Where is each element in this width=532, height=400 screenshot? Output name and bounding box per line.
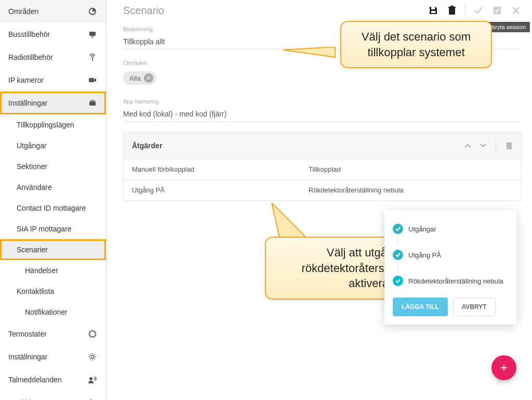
save-icon[interactable] xyxy=(428,5,439,16)
action-row[interactable]: Manuell förbikopplad Tillkopplad xyxy=(123,159,522,180)
sidebar-item-notifikationer[interactable]: Notifikationer xyxy=(0,302,106,322)
callout-arrow-1 xyxy=(283,47,345,62)
sidebar-item-label: Kontaktlista xyxy=(17,287,54,295)
actions-header: Åtgärder xyxy=(123,132,522,159)
toolbar-divider xyxy=(465,4,466,17)
sidebar-item-label: Radiotillbehör xyxy=(8,53,53,61)
sidebar-item-label: Notifikationer xyxy=(25,308,68,316)
popup-item-utgangpa[interactable]: Utgång PÅ xyxy=(393,246,508,264)
delete-icon[interactable] xyxy=(446,5,458,16)
svg-rect-26 xyxy=(506,143,512,144)
svg-rect-7 xyxy=(91,100,94,102)
actions-header-title: Åtgärder xyxy=(132,141,162,150)
sidebar-item-scenarier[interactable]: Scenarier xyxy=(0,239,106,260)
svg-point-9 xyxy=(91,355,94,358)
sidebar-item-handelser[interactable]: Händelser xyxy=(0,260,106,281)
svg-rect-20 xyxy=(431,11,435,13)
circle-icon xyxy=(87,329,98,339)
sidebar-item-talmeddelanden[interactable]: Talmeddelanden xyxy=(0,368,106,391)
fab-add-button[interactable]: + xyxy=(491,355,516,380)
svg-rect-2 xyxy=(91,36,94,37)
svg-rect-25 xyxy=(507,144,512,149)
sidebar-item-siaip[interactable]: SIA IP mottagare xyxy=(0,218,106,239)
cancel-button[interactable]: AVBRYT xyxy=(453,298,496,316)
svg-rect-19 xyxy=(431,7,435,9)
svg-marker-27 xyxy=(283,47,335,57)
svg-point-8 xyxy=(89,331,96,337)
svg-rect-21 xyxy=(449,8,455,15)
gear-icon xyxy=(87,352,98,362)
sidebar-item-label: Händelser xyxy=(25,266,58,275)
popup-item-rokdetektor[interactable]: Rökdetektoråterställning nebula xyxy=(393,272,508,290)
sidebar-item-label: Inställningar xyxy=(8,99,48,107)
action-col2: Tillkopplad xyxy=(309,165,341,173)
sidebar-item-sektioner[interactable]: Sektioner xyxy=(0,156,106,177)
svg-rect-24 xyxy=(494,7,501,14)
sidebar-item-label: IP kameror xyxy=(8,76,44,84)
trash-icon[interactable] xyxy=(506,141,513,150)
popup-item-label: Utgång PÅ xyxy=(408,251,441,259)
briefcase-icon xyxy=(87,98,98,108)
popup-buttons: LÄGGA TILL AVBRYT xyxy=(393,298,508,316)
sidebar-item-contactid[interactable]: Contact ID mottagare xyxy=(0,198,106,218)
page-title: Scenario xyxy=(123,5,164,17)
toolbar xyxy=(428,4,522,17)
sidebar-item-label: Busstillbehör xyxy=(8,30,50,38)
field-label: App hantering xyxy=(123,98,522,105)
add-button[interactable]: LÄGGA TILL xyxy=(393,298,448,316)
sidebar-item-anvandare[interactable]: Användare xyxy=(0,177,106,198)
sidebar-item-omraden[interactable]: Områden xyxy=(0,0,106,23)
action-col2: Rökdetektoråterställning nebula xyxy=(309,186,404,194)
sidebar-item-installningar[interactable]: Inställningar xyxy=(0,92,106,114)
sidebar-item-label: Contact ID mottagare xyxy=(17,204,86,212)
voice-icon xyxy=(87,375,98,385)
sidebar-item-busstillbehor[interactable]: Busstillbehör xyxy=(0,23,106,46)
tag-label: Alla xyxy=(129,74,141,82)
sidebar: Områden Busstillbehör Radiotillbehör IP … xyxy=(0,0,107,400)
sidebar-item-label: Användare xyxy=(17,183,52,191)
sidebar-item-tillkopplingslagen[interactable]: Tillkopplingslägen xyxy=(0,114,106,135)
sidebar-item-installningar2[interactable]: Inställningar xyxy=(0,345,106,368)
pie-icon xyxy=(87,6,98,17)
arrow-up-icon[interactable] xyxy=(464,144,471,148)
field-app-hantering: App hantering Med kod (lokal) - med kod … xyxy=(123,98,522,122)
header-row: Scenario xyxy=(123,0,522,17)
sidebar-item-termostater[interactable]: Termostater xyxy=(0,322,106,345)
tag-alla[interactable]: Alla ✕ xyxy=(123,71,156,85)
close-icon[interactable] xyxy=(510,5,522,16)
svg-line-14 xyxy=(90,354,91,355)
action-col1: Utgång PÅ xyxy=(132,186,309,194)
actions-divider xyxy=(496,140,496,151)
sidebar-item-kontaktlista[interactable]: Kontaktlista xyxy=(0,281,106,302)
svg-rect-1 xyxy=(89,32,96,36)
check-icon[interactable] xyxy=(473,5,484,16)
svg-rect-5 xyxy=(89,78,94,82)
action-row[interactable]: Utgång PÅ Rökdetektoråterställning nebul… xyxy=(123,180,522,201)
camera-icon xyxy=(87,75,98,85)
sidebar-item-label: Inställningar xyxy=(8,353,48,361)
sidebar-item-realtid[interactable]: Realtid xyxy=(0,391,106,400)
popup-item-label: Utgångar xyxy=(408,225,436,233)
check-circle-icon xyxy=(393,276,403,286)
actions-controls xyxy=(464,140,513,151)
pulse-icon xyxy=(87,397,98,400)
archive-icon[interactable] xyxy=(491,5,503,16)
arrow-down-icon[interactable] xyxy=(480,144,486,148)
sidebar-item-radiotillbehor[interactable]: Radiotillbehör xyxy=(0,46,106,69)
popup-item-label: Rökdetektoråterställning nebula xyxy=(408,277,503,285)
svg-line-16 xyxy=(90,359,91,360)
popup-item-utgangar[interactable]: Utgångar xyxy=(393,220,508,238)
svg-line-17 xyxy=(95,354,96,355)
sidebar-item-ipkameror[interactable]: IP kameror xyxy=(0,69,106,92)
sidebar-item-label: Områden xyxy=(8,7,38,16)
svg-rect-22 xyxy=(448,7,456,8)
sidebar-item-label: Sektioner xyxy=(17,162,47,171)
sidebar-item-utgangar[interactable]: Utgångar xyxy=(0,135,106,156)
check-circle-icon xyxy=(393,250,403,260)
sidebar-item-label: Termostater xyxy=(8,330,47,338)
tag-close-icon[interactable]: ✕ xyxy=(144,73,153,83)
field-value-app-hantering[interactable]: Med kod (lokal) - med kod (fjärr) xyxy=(123,107,522,122)
check-circle-icon xyxy=(393,224,403,234)
sidebar-item-label: Utgångar xyxy=(17,141,47,150)
svg-line-15 xyxy=(95,359,96,360)
